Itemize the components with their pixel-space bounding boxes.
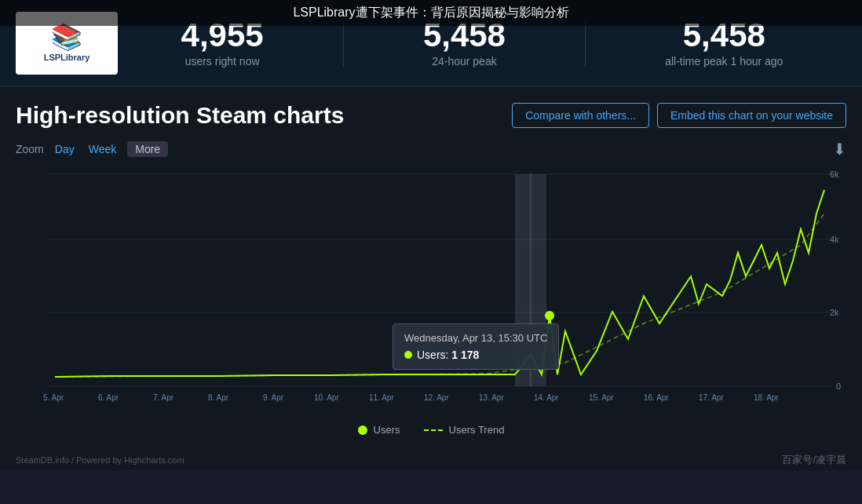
svg-text:4k: 4k xyxy=(830,235,839,244)
legend-users: Users xyxy=(358,424,400,436)
chart-buttons: Compare with others... Embed this chart … xyxy=(512,103,846,128)
title-overlay: LSPLibrary遭下架事件：背后原因揭秘与影响分析 xyxy=(0,0,862,26)
legend-dot-users xyxy=(358,425,367,435)
svg-text:6. Apr: 6. Apr xyxy=(98,393,119,402)
download-icon[interactable]: ⬇ xyxy=(833,140,846,159)
svg-text:9. Apr: 9. Apr xyxy=(263,393,284,402)
chart-svg: 0 2k 4k 6k 5. Apr 6. Apr 7. Apr 8. Apr 9… xyxy=(16,166,846,418)
svg-text:8. Apr: 8. Apr xyxy=(208,393,229,402)
main-content: High-resolution Steam charts Compare wit… xyxy=(0,86,862,450)
footer-watermark: 百家号/凌宇晨 xyxy=(782,453,846,467)
legend-trend-label: Users Trend xyxy=(449,424,505,436)
svg-text:6k: 6k xyxy=(830,170,839,179)
svg-text:11. Apr: 11. Apr xyxy=(369,393,394,402)
zoom-label: Zoom xyxy=(16,143,44,155)
compare-button[interactable]: Compare with others... xyxy=(512,103,649,128)
svg-text:16. Apr: 16. Apr xyxy=(644,393,669,402)
logo-text: LSPLibrary xyxy=(44,53,90,62)
chart-title: High-resolution Steam charts xyxy=(16,102,344,129)
footer-credit: SteamDB.info / Powered by Highcharts.com xyxy=(16,455,184,465)
stat-label-24h: 24-hour peak xyxy=(423,55,506,68)
svg-text:13. Apr: 13. Apr xyxy=(479,393,504,402)
svg-text:7. Apr: 7. Apr xyxy=(153,393,174,402)
svg-text:12. Apr: 12. Apr xyxy=(424,393,449,402)
stat-label-now: users right now xyxy=(181,55,264,68)
zoom-more-button[interactable]: More xyxy=(127,141,168,157)
chart-area: 0 2k 4k 6k 5. Apr 6. Apr 7. Apr 8. Apr 9… xyxy=(16,166,846,418)
footer-bar: SteamDB.info / Powered by Highcharts.com… xyxy=(0,450,862,470)
stat-divider-1 xyxy=(343,20,344,67)
stat-label-alltime: all-time peak 1 hour ago xyxy=(665,55,783,68)
logo-icon: 📚 xyxy=(51,24,82,49)
svg-text:14. Apr: 14. Apr xyxy=(534,393,559,402)
svg-text:10. Apr: 10. Apr xyxy=(314,393,339,402)
chart-header: High-resolution Steam charts Compare wit… xyxy=(16,102,846,129)
zoom-bar: Zoom Day Week More ⬇ xyxy=(16,140,846,159)
zoom-day-button[interactable]: Day xyxy=(52,141,78,157)
stat-divider-2 xyxy=(585,20,586,67)
svg-text:17. Apr: 17. Apr xyxy=(699,393,724,402)
embed-button[interactable]: Embed this chart on your website xyxy=(657,103,846,128)
svg-text:15. Apr: 15. Apr xyxy=(589,393,614,402)
zoom-week-button[interactable]: Week xyxy=(86,141,120,157)
svg-text:0: 0 xyxy=(836,382,841,391)
legend-dash-trend xyxy=(424,429,443,431)
svg-rect-0 xyxy=(16,166,846,418)
svg-point-11 xyxy=(545,311,554,320)
svg-text:18. Apr: 18. Apr xyxy=(754,393,779,402)
chart-legend: Users Users Trend xyxy=(16,418,846,442)
legend-users-label: Users xyxy=(374,424,400,436)
svg-text:2k: 2k xyxy=(830,308,839,317)
svg-text:5. Apr: 5. Apr xyxy=(43,393,64,402)
legend-trend: Users Trend xyxy=(424,424,505,436)
